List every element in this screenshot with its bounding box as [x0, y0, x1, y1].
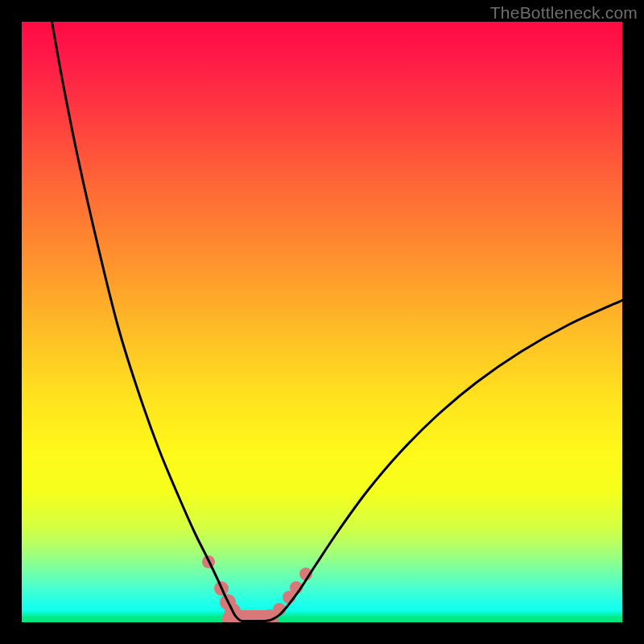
marker-layer — [202, 555, 312, 622]
curve-layer — [49, 22, 622, 621]
frame: TheBottleneck.com — [0, 0, 644, 644]
watermark-text: TheBottleneck.com — [490, 3, 638, 23]
plot-area — [22, 22, 622, 622]
chart-svg — [22, 22, 622, 622]
curve-left-curve — [49, 22, 247, 621]
curve-right-curve — [263, 300, 622, 621]
